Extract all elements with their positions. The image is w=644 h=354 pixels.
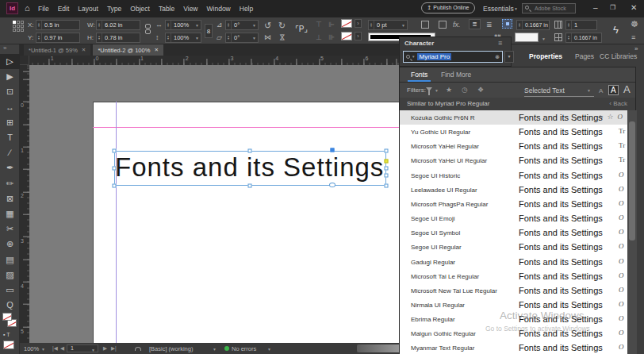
align-icon-4[interactable]: ⊪ [328,33,335,41]
flip-vertical-icon[interactable]: ⋈ [278,34,286,41]
line-tool[interactable]: ∕ [0,145,20,160]
tab-fonts[interactable]: Fonts [411,71,427,79]
gear-icon[interactable]: ☸ [631,19,638,29]
gap-tool[interactable]: ↔ [0,100,20,115]
font-row[interactable]: Microsoft YaHei UI RegularFonts and its … [400,153,627,167]
selection-tool[interactable]: ▷ [0,54,20,69]
font-row[interactable]: Yu Gothic UI RegularFonts and its Settin… [400,125,627,139]
scissors-tool[interactable]: ✂ [0,221,20,237]
frame-handle[interactable] [113,167,117,171]
frame-handle[interactable] [113,184,117,188]
document-tab[interactable]: *Untitled-1 @ 59%✕ [24,44,90,56]
panel-menu-icon[interactable]: ≡ [631,33,635,41]
wrap-offset-field[interactable]: ▲▼0.1667 in [516,20,550,30]
formatting-affects-buttons[interactable]: ▪ T [3,332,10,337]
textwrap-active-button[interactable] [502,19,512,29]
rotate-ccw-icon[interactable]: ↺ [264,21,271,31]
toolbar-fill-swatch[interactable] [2,313,12,321]
fill-flyout-button[interactable]: › [355,19,362,28]
align-icon-1[interactable]: ⊤ [316,21,322,29]
canvas[interactable]: Fonts and its Settings [29,65,399,343]
panel-tab-properties[interactable]: Properties [529,52,562,60]
shear-field[interactable]: ▲▼0°▼ [225,33,259,43]
stroke-color-swatch[interactable] [341,32,352,40]
direct-selection-tool[interactable]: ▶ [0,69,20,84]
sample-size-small[interactable]: A [599,87,603,94]
free-transform-tool[interactable]: ⊕ [0,237,20,252]
quick-apply-icon[interactable]: ϟ [613,24,619,36]
panel-menu-icon[interactable]: ≡ [498,39,502,47]
text-frame[interactable] [114,151,386,186]
last-page-icon[interactable]: ▶| [111,345,117,352]
window-maximize-button[interactable]: ❐ [610,4,615,11]
reference-point-selector[interactable] [13,21,24,32]
apply-color-button[interactable] [3,341,14,349]
font-row[interactable]: Microsoft PhagsPa RegularFonts and its S… [400,197,627,211]
frame-tool[interactable]: ⊠ [0,191,20,206]
zoom-level[interactable]: 100% [24,345,39,352]
flip-horizontal-icon[interactable]: ⋈ [264,33,271,41]
fill-color-swatch[interactable] [341,19,352,28]
horizontal-ruler[interactable]: 10123456 [29,56,399,65]
menu-type[interactable]: Type [107,5,121,13]
similar-fonts-icon[interactable]: ≈ [599,113,603,121]
font-row[interactable]: Microsoft New Tai Lue RegularFonts and i… [400,283,627,298]
h-field[interactable]: ▲▼0.78 in [96,33,140,43]
chevron-down-icon[interactable]: ▼ [213,347,217,352]
panel-tab-pages[interactable]: Pages [575,52,594,60]
w-field[interactable]: ▲▼6.02 in [96,20,140,30]
workspace-switcher[interactable]: Essentials [483,5,514,13]
window-close-button[interactable]: ✕ [631,3,637,12]
page-tool[interactable]: ⊡ [0,84,20,99]
stroke-weight-field[interactable]: ▲▼0 pt▼ [368,20,408,30]
collapse-panel-icon[interactable]: » [3,44,6,52]
content-collector-tool[interactable]: ⊞ [0,115,20,130]
gradient-feather-tool[interactable]: ▨ [0,267,20,283]
adobe-stock-search-input[interactable]: Adobe Stock [522,3,576,13]
gutter-field[interactable]: ▲▼0.1667 in [565,33,602,43]
sample-size-large[interactable]: A [623,83,631,95]
next-page-icon[interactable]: ▶ [103,345,107,352]
font-row[interactable]: Segoe UI EmojiFonts and its SettingsO [400,211,627,225]
font-row[interactable]: Microsoft Tai Le RegularFonts and its Se… [400,269,627,283]
constrain-dimensions-icon[interactable] [145,24,151,29]
frame-handle[interactable] [385,184,389,188]
fill-stroke-swatches[interactable] [2,313,18,330]
clear-search-icon[interactable]: ⊗ [495,54,500,60]
frame-handle[interactable] [248,149,252,153]
rectangle-tool[interactable]: ▦ [0,206,20,221]
frame-handle-blue[interactable] [331,148,335,152]
zoom-chevron-icon[interactable]: ▼ [41,347,45,352]
menu-file[interactable]: File [38,5,49,13]
menu-window[interactable]: Window [207,5,231,13]
rotate-cw-icon[interactable]: ↻ [278,21,286,31]
swatch-dropdown[interactable] [515,33,539,42]
type-tool[interactable]: T [0,130,20,145]
pen-tool[interactable]: ✒ [0,160,20,175]
corner-options-icon[interactable] [421,21,429,29]
preflight-icon[interactable] [135,347,141,351]
close-tab-icon[interactable]: ✕ [82,47,86,53]
frame-handle[interactable] [248,184,252,188]
font-row[interactable]: Leelawadee UI RegularFonts and its Setti… [400,183,627,197]
recent-clock-icon[interactable]: ◷ [462,86,468,94]
constrain-scale-link[interactable]: 8 [205,24,213,38]
expand-panel-icon[interactable]: » [634,45,638,52]
stroke-flyout-button[interactable]: › [355,32,362,40]
document-tab[interactable]: *Untitled-2 @ 100%✕ [93,44,163,56]
prev-page-icon[interactable]: ◀ [60,345,64,352]
rotation-field[interactable]: ▲▼0°▼ [225,20,259,30]
align-icon-2[interactable]: ⊩ [328,21,335,29]
vertical-ruler[interactable]: 012345 [20,65,29,343]
preflight-profile[interactable]: [Basic] (working) [149,345,193,352]
select-content-indicator[interactable]: ⌜P⌟ [295,25,308,33]
text-outport[interactable] [329,183,335,187]
publish-online-button[interactable]: ↥ Publish Online [421,2,475,13]
menu-view[interactable]: View [183,5,197,13]
panel-tab-cc-libraries[interactable]: CC Libraries [600,52,637,60]
menu-object[interactable]: Object [130,5,150,13]
scale-y-field[interactable]: ▲▼100%▼ [165,33,201,43]
favorites-star-icon[interactable]: ★ [446,86,452,94]
pencil-tool[interactable]: ✏ [0,176,20,191]
menu-table[interactable]: Table [159,5,174,13]
